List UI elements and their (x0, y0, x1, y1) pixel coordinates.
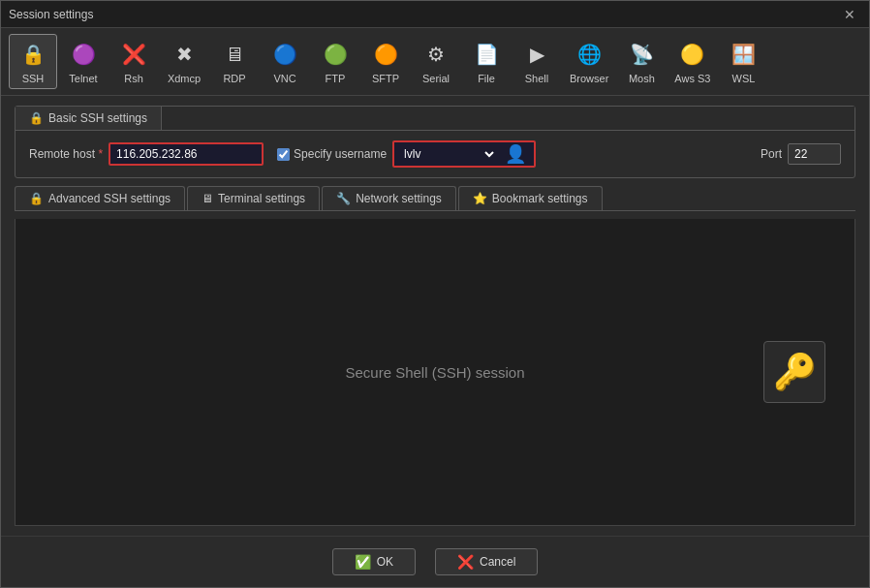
toolbar-item-xdmcp[interactable]: ✖ Xdmcp (160, 34, 208, 89)
tab-network[interactable]: 🔧Network settings (322, 186, 456, 210)
wsl-label: WSL (732, 73, 756, 84)
sftp-label: SFTP (372, 73, 399, 84)
file-label: File (478, 73, 495, 84)
remote-host-group: Remote host * (29, 142, 264, 166)
mosh-label: Mosh (629, 73, 655, 84)
basic-ssh-tab: 🔒 Basic SSH settings (16, 107, 854, 131)
toolbar-item-telnet[interactable]: 🟣 Telnet (59, 34, 108, 89)
shell-icon: ▶ (521, 39, 552, 70)
ok-label: OK (377, 555, 393, 569)
serial-label: Serial (422, 73, 450, 84)
vnc-icon: 🔵 (269, 39, 300, 70)
port-input[interactable] (788, 143, 841, 165)
toolbar-item-ssh[interactable]: 🔒 SSH (9, 34, 57, 89)
terminal-icon: 🖥 (202, 192, 213, 205)
ftp-label: FTP (326, 73, 346, 84)
cancel-icon: ❌ (457, 554, 474, 570)
basic-ssh-panel: 🔒 Basic SSH settings Remote host * (15, 106, 855, 178)
tab-terminal[interactable]: 🖥Terminal settings (187, 186, 320, 210)
footer: ✅ OK ❌ Cancel (1, 536, 869, 587)
rdp-icon: 🖥 (219, 39, 250, 70)
ssh-label: SSH (22, 73, 45, 84)
toolbar-item-rsh[interactable]: ❌ Rsh (109, 34, 158, 89)
toolbar-item-browser[interactable]: 🌐 Browser (563, 34, 615, 89)
title-bar: Session settings ✕ (1, 1, 869, 28)
toolbar-item-shell[interactable]: ▶ Shell (513, 34, 561, 89)
toolbar-item-vnc[interactable]: 🔵 VNC (261, 34, 309, 89)
cancel-button[interactable]: ❌ Cancel (435, 548, 538, 575)
ftp-icon: 🟢 (320, 39, 351, 70)
session-settings-window: Session settings ✕ 🔒 SSH 🟣 Telnet ❌ Rsh … (0, 0, 870, 588)
rdp-label: RDP (223, 73, 245, 84)
rsh-label: Rsh (124, 73, 143, 84)
tab-bookmark[interactable]: ⭐Bookmark settings (458, 186, 603, 210)
mosh-icon: 📡 (626, 39, 657, 70)
toolbar-item-mosh[interactable]: 📡 Mosh (617, 34, 666, 89)
specify-username-group: Specify username lvlv root admin 👤 (277, 140, 536, 168)
toolbar-item-awss3[interactable]: 🟡 Aws S3 (668, 34, 717, 89)
ssh-icon: 🔒 (17, 39, 48, 70)
browser-label: Browser (570, 73, 608, 84)
rsh-icon: ❌ (118, 39, 149, 70)
shell-label: Shell (525, 73, 548, 84)
remote-host-label: Remote host * (29, 147, 103, 161)
file-icon: 📄 (471, 39, 502, 70)
bookmark-icon: ⭐ (473, 192, 487, 205)
sftp-icon: 🟠 (370, 39, 401, 70)
toolbar: 🔒 SSH 🟣 Telnet ❌ Rsh ✖ Xdmcp 🖥 RDP 🔵 VNC… (1, 28, 869, 96)
toolbar-item-ftp[interactable]: 🟢 FTP (311, 34, 359, 89)
basic-ssh-body: Remote host * Specify username lvlv roo (16, 131, 854, 177)
toolbar-item-file[interactable]: 📄 File (462, 34, 511, 89)
ssh-icon: 🔒 (29, 111, 44, 125)
window-title: Session settings (9, 8, 93, 21)
xdmcp-icon: ✖ (169, 39, 200, 70)
wsl-icon: 🪟 (728, 39, 759, 70)
vnc-label: VNC (273, 73, 295, 84)
port-group: Port (761, 143, 841, 165)
browser-icon: 🌐 (574, 39, 605, 70)
telnet-label: Telnet (69, 73, 97, 84)
port-label: Port (761, 147, 782, 161)
awss3-label: Aws S3 (674, 73, 710, 84)
basic-ssh-tab-label: 🔒 Basic SSH settings (16, 107, 162, 130)
toolbar-item-rdp[interactable]: 🖥 RDP (210, 34, 259, 89)
main-panel: Secure Shell (SSH) session 🔑 (15, 219, 855, 526)
close-button[interactable]: ✕ (838, 5, 861, 24)
xdmcp-label: Xdmcp (168, 73, 201, 84)
telnet-icon: 🟣 (68, 39, 99, 70)
key-icon: 🔑 (773, 352, 817, 392)
network-icon: 🔧 (336, 192, 351, 205)
specify-username-checkbox[interactable] (277, 148, 290, 161)
content-area: 🔒 Basic SSH settings Remote host * (1, 96, 869, 536)
remote-host-input[interactable] (109, 142, 264, 166)
serial-icon: ⚙ (420, 39, 451, 70)
awss3-icon: 🟡 (677, 39, 708, 70)
toolbar-item-wsl[interactable]: 🪟 WSL (719, 34, 767, 89)
cancel-label: Cancel (480, 555, 515, 569)
username-group: lvlv root admin 👤 (392, 140, 536, 168)
ssh-session-label: Secure Shell (SSH) session (345, 364, 524, 381)
specify-username-checkbox-label[interactable]: Specify username (277, 147, 387, 161)
tab-advanced-ssh[interactable]: 🔒Advanced SSH settings (15, 186, 185, 210)
advanced-ssh-icon: 🔒 (29, 192, 44, 205)
add-user-button[interactable]: 👤 (503, 145, 528, 163)
toolbar-item-sftp[interactable]: 🟠 SFTP (361, 34, 410, 89)
username-select[interactable]: lvlv root admin (400, 146, 497, 162)
toolbar-item-serial[interactable]: ⚙ Serial (412, 34, 460, 89)
key-icon-box: 🔑 (763, 341, 825, 403)
ok-button[interactable]: ✅ OK (332, 548, 416, 575)
settings-tabs: 🔒Advanced SSH settings🖥Terminal settings… (15, 186, 855, 211)
ok-icon: ✅ (355, 554, 371, 570)
